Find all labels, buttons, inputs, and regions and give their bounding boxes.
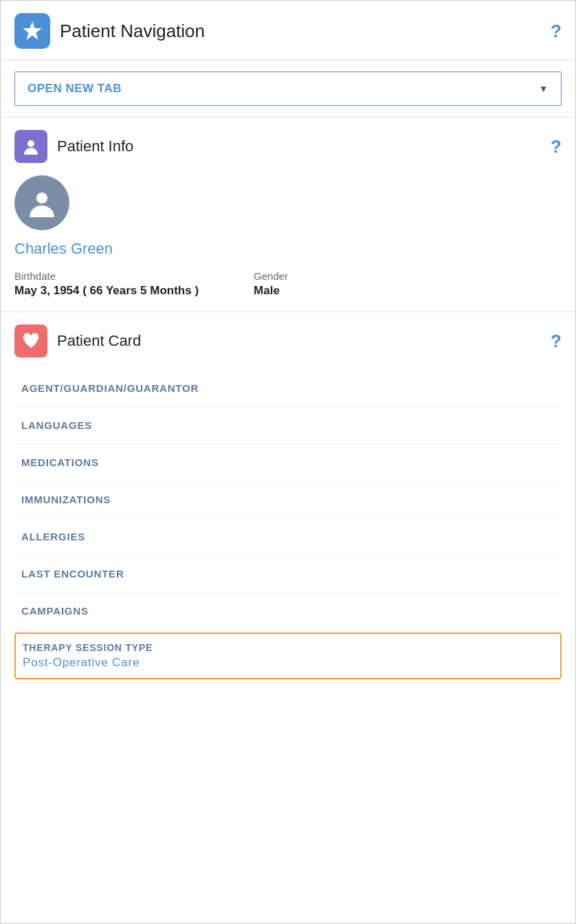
svg-point-2: [36, 192, 47, 204]
patient-info-icon: [14, 130, 47, 163]
menu-item-last-encounter[interactable]: LAST ENCOUNTER: [14, 556, 562, 593]
app-logo-icon: [14, 13, 50, 49]
menu-item-allergies[interactable]: ALLERGIES: [14, 518, 562, 556]
patient-card-header: Patient Card ?: [14, 324, 562, 358]
gender-value: Male: [254, 284, 280, 297]
svg-point-1: [27, 140, 34, 147]
patient-card-icon: [14, 324, 47, 358]
header-section: Patient Navigation ?: [1, 1, 575, 60]
menu-item-medications[interactable]: MEDICATIONS: [14, 444, 562, 481]
menu-item-campaigns[interactable]: CAMPAIGNS: [14, 593, 562, 630]
gender-label: Gender: [254, 270, 288, 282]
menu-item-agent[interactable]: AGENT/GUARDIAN/GUARANTOR: [14, 370, 562, 407]
menu-item-languages[interactable]: LANGUAGES: [14, 407, 562, 444]
therapy-label: THERAPY SESSION TYPE: [23, 642, 553, 653]
menu-item-immunizations[interactable]: IMMUNIZATIONS: [14, 481, 562, 518]
patient-card-section: Patient Card ? AGENT/GUARDIAN/GUARANTOR …: [1, 312, 575, 686]
patient-info-header: Patient Info ?: [14, 130, 562, 163]
patient-info-header-left: Patient Info: [14, 130, 133, 163]
dropdown-section: OPEN NEW TAB ▼: [1, 60, 575, 118]
patient-info-help-icon[interactable]: ?: [551, 136, 562, 157]
gender-group: Gender Male: [254, 270, 288, 298]
header-help-icon[interactable]: ?: [551, 21, 562, 42]
patient-info-section: Patient Info ? Charles Green Birthdate M…: [1, 118, 575, 312]
patient-card-header-left: Patient Card: [14, 324, 141, 358]
card-menu-items: AGENT/GUARDIAN/GUARANTOR LANGUAGES MEDIC…: [14, 370, 562, 679]
header-title: Patient Navigation: [60, 21, 205, 42]
patient-name[interactable]: Charles Green: [14, 240, 562, 258]
birthdate-value: May 3, 1954 ( 66 Years 5 Months ): [14, 284, 199, 297]
patient-details: Birthdate May 3, 1954 ( 66 Years 5 Month…: [14, 270, 562, 298]
dropdown-label: OPEN NEW TAB: [27, 82, 122, 96]
header-left: Patient Navigation: [14, 13, 205, 49]
patient-card-title: Patient Card: [57, 332, 141, 350]
patient-card-help-icon[interactable]: ?: [551, 331, 562, 352]
birthdate-group: Birthdate May 3, 1954 ( 66 Years 5 Month…: [14, 270, 199, 298]
therapy-value: Post-Operative Care: [23, 656, 553, 670]
birthdate-label: Birthdate: [14, 270, 199, 282]
svg-marker-0: [23, 21, 42, 40]
dropdown-arrow-icon: ▼: [539, 83, 549, 94]
menu-item-therapy-session-type[interactable]: THERAPY SESSION TYPE Post-Operative Care: [14, 632, 562, 679]
patient-info-title: Patient Info: [57, 138, 133, 155]
patient-avatar: [14, 175, 69, 230]
open-new-tab-dropdown[interactable]: OPEN NEW TAB ▼: [14, 72, 562, 106]
